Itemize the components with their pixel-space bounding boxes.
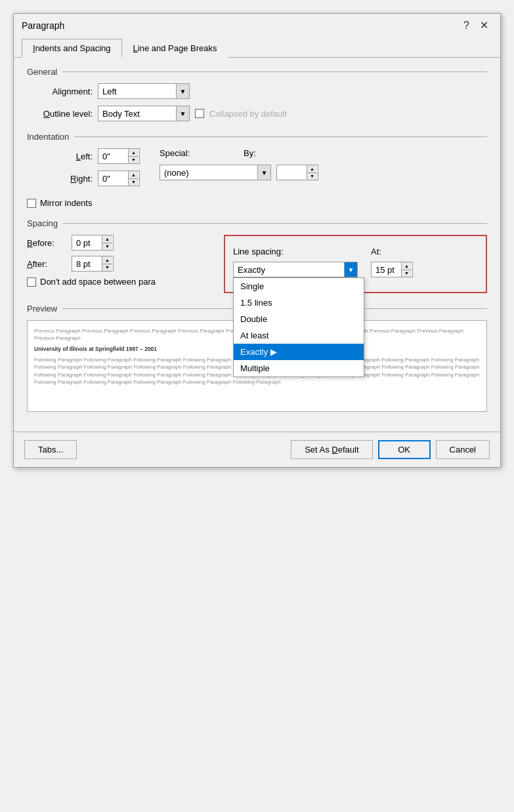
by-down[interactable]: ▼ bbox=[307, 173, 317, 180]
left-indent-spinner[interactable]: ▲ ▼ bbox=[98, 148, 140, 164]
outline-dropdown-arrow[interactable]: ▼ bbox=[176, 106, 189, 121]
right-indent-spinner[interactable]: ▲ ▼ bbox=[98, 171, 140, 186]
alignment-value: Left bbox=[98, 87, 176, 96]
after-up[interactable]: ▲ bbox=[102, 256, 112, 264]
by-up[interactable]: ▲ bbox=[307, 165, 317, 173]
spacing-left: Before: ▲ ▼ After: bbox=[27, 235, 211, 293]
at-col: At: ▲ ▼ bbox=[371, 247, 413, 277]
before-down[interactable]: ▼ bbox=[102, 243, 112, 251]
at-spinner-btns: ▲ ▼ bbox=[401, 262, 412, 277]
line-spacing-box: Line spacing: Exactly ▼ Single 1.5 lines bbox=[224, 235, 487, 293]
line-spacing-col: Line spacing: Exactly ▼ Single 1.5 lines bbox=[233, 247, 358, 277]
ok-button[interactable]: OK bbox=[378, 440, 431, 459]
line-spacing-menu: Single 1.5 lines Double At least Exactly… bbox=[233, 277, 364, 377]
dialog-title: Paragraph bbox=[22, 20, 64, 31]
title-bar-buttons: ? ✕ bbox=[460, 19, 492, 32]
spacing-section-header: Spacing bbox=[27, 218, 487, 228]
right-indent-label: Right: bbox=[27, 174, 93, 184]
dont-add-space-label: Don't add space between para bbox=[40, 277, 156, 287]
dont-add-space-checkbox[interactable] bbox=[27, 277, 36, 287]
indent-left-right: Left: ▲ ▼ Right: bbox=[27, 148, 140, 193]
by-label: By: bbox=[204, 148, 257, 158]
line-spacing-arrow[interactable]: ▼ bbox=[344, 262, 357, 277]
general-section-header: General bbox=[27, 67, 487, 77]
special-label: Special: bbox=[160, 148, 199, 158]
tab-line-page-breaks[interactable]: Line and Page Breaks bbox=[122, 39, 228, 58]
ls-option-at-least[interactable]: At least bbox=[234, 327, 364, 344]
line-spacing-label: Line spacing: bbox=[233, 247, 358, 256]
general-section: General Alignment: Left ▼ Outline level:… bbox=[27, 67, 487, 121]
tab-bar: Indents and Spacing Line and Page Breaks bbox=[14, 39, 500, 58]
help-button[interactable]: ? bbox=[460, 19, 473, 32]
set-default-button[interactable]: Set As Default bbox=[291, 440, 372, 459]
line-spacing-dropdown[interactable]: Exactly ▼ bbox=[233, 262, 358, 277]
line-spacing-dropdown-wrapper: Exactly ▼ Single 1.5 lines Double At lea… bbox=[233, 262, 358, 277]
at-input[interactable] bbox=[372, 262, 401, 277]
mirror-indents-label: Mirror indents bbox=[40, 198, 92, 208]
by-spinner-btns: ▲ ▼ bbox=[307, 165, 317, 180]
indent-special: Special: By: (none) ▼ ▲ ▼ bbox=[160, 148, 318, 187]
left-indent-row: Left: ▲ ▼ bbox=[27, 148, 140, 164]
close-button[interactable]: ✕ bbox=[476, 19, 492, 32]
outline-row: Outline level: Body Text ▼ Collapsed by … bbox=[27, 106, 487, 121]
right-indent-up[interactable]: ▲ bbox=[129, 171, 139, 179]
outline-value: Body Text bbox=[98, 109, 176, 119]
dont-add-space-row: Don't add space between para bbox=[27, 277, 211, 287]
after-spinner[interactable]: ▲ ▼ bbox=[72, 256, 114, 272]
by-input[interactable] bbox=[277, 165, 307, 180]
left-indent-spinner-btns: ▲ ▼ bbox=[128, 149, 139, 163]
left-indent-down[interactable]: ▼ bbox=[129, 157, 139, 164]
footer: Tabs... Set As Default OK Cancel bbox=[14, 432, 500, 467]
paragraph-dialog: Paragraph ? ✕ Indents and Spacing Line a… bbox=[13, 13, 501, 468]
before-input[interactable] bbox=[72, 235, 102, 250]
special-dropdown-arrow[interactable]: ▼ bbox=[257, 165, 270, 180]
line-spacing-value: Exactly bbox=[234, 265, 344, 275]
at-spinner[interactable]: ▲ ▼ bbox=[371, 262, 413, 277]
ls-option-multiple[interactable]: Multiple bbox=[234, 360, 364, 376]
spacing-area: Before: ▲ ▼ After: bbox=[27, 235, 487, 293]
ls-option-1-5[interactable]: 1.5 lines bbox=[234, 294, 364, 311]
spacing-section: Spacing Before: ▲ ▼ bbox=[27, 218, 487, 293]
indentation-section: Indentation Left: ▲ ▼ bbox=[27, 132, 487, 208]
cancel-button[interactable]: Cancel bbox=[436, 440, 490, 459]
tab-indents-spacing[interactable]: Indents and Spacing bbox=[22, 39, 122, 58]
outline-dropdown[interactable]: Body Text ▼ bbox=[98, 106, 190, 121]
at-down[interactable]: ▼ bbox=[402, 270, 412, 277]
alignment-label: Alignment: bbox=[27, 87, 93, 96]
after-spinner-btns: ▲ ▼ bbox=[102, 256, 112, 271]
right-indent-row: Right: ▲ ▼ bbox=[27, 171, 140, 186]
collapsed-checkbox[interactable] bbox=[195, 109, 204, 118]
after-row: After: ▲ ▼ bbox=[27, 256, 211, 272]
alignment-dropdown-arrow[interactable]: ▼ bbox=[176, 84, 189, 98]
at-up[interactable]: ▲ bbox=[402, 262, 412, 270]
ls-option-double[interactable]: Double bbox=[234, 311, 364, 327]
right-indent-spinner-btns: ▲ ▼ bbox=[128, 171, 139, 186]
collapsed-label: Collapsed by default bbox=[209, 109, 287, 119]
mirror-indents-row: Mirror indents bbox=[27, 198, 487, 208]
ls-option-single[interactable]: Single bbox=[234, 278, 364, 294]
left-indent-up[interactable]: ▲ bbox=[129, 149, 139, 157]
before-label: Before: bbox=[27, 238, 66, 248]
alignment-dropdown[interactable]: Left ▼ bbox=[98, 83, 190, 99]
special-row: Special: By: bbox=[160, 148, 318, 158]
tabs-button[interactable]: Tabs... bbox=[24, 440, 77, 459]
special-dropdown-row: (none) ▼ ▲ ▼ bbox=[160, 165, 318, 180]
left-indent-input[interactable] bbox=[98, 149, 128, 163]
after-input[interactable] bbox=[72, 256, 102, 271]
special-dropdown[interactable]: (none) ▼ bbox=[160, 165, 271, 180]
after-down[interactable]: ▼ bbox=[102, 264, 112, 272]
ls-option-exactly[interactable]: Exactly ▶ bbox=[234, 344, 364, 360]
before-up[interactable]: ▲ bbox=[102, 235, 112, 243]
mirror-indents-checkbox[interactable] bbox=[27, 199, 36, 208]
right-indent-input[interactable] bbox=[98, 171, 128, 186]
at-label: At: bbox=[371, 247, 413, 256]
indentation-section-header: Indentation bbox=[27, 132, 487, 142]
before-row: Before: ▲ ▼ bbox=[27, 235, 211, 251]
special-value: (none) bbox=[160, 168, 257, 178]
outline-label: Outline level: bbox=[27, 109, 93, 119]
left-indent-label: Left: bbox=[27, 152, 93, 161]
by-spinner[interactable]: ▲ ▼ bbox=[276, 165, 318, 180]
alignment-row: Alignment: Left ▼ bbox=[27, 83, 487, 99]
before-spinner[interactable]: ▲ ▼ bbox=[72, 235, 114, 251]
right-indent-down[interactable]: ▼ bbox=[129, 179, 139, 186]
